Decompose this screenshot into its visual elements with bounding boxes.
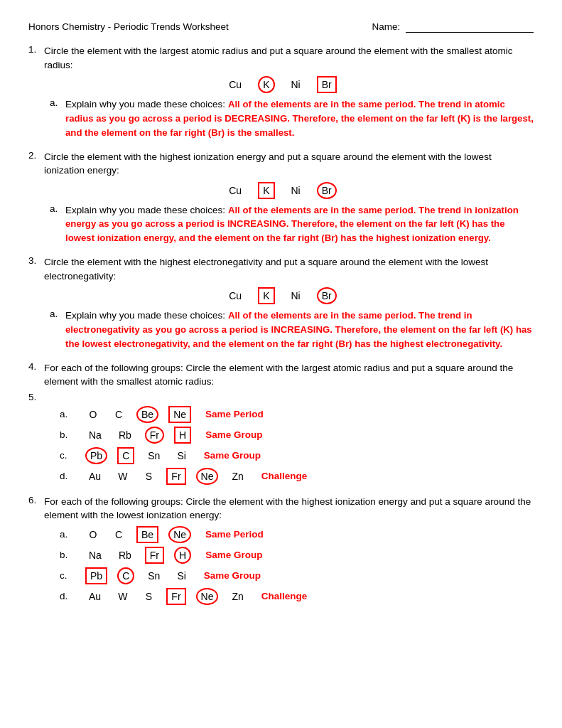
el-sn-6c: Sn	[144, 569, 163, 583]
el-fr-4d: Fr	[166, 468, 185, 485]
el-k-2: K	[258, 182, 274, 199]
tag-6a: Same Period	[205, 529, 264, 540]
q4-item-c: c. Pb C Sn Si Same Group	[60, 447, 534, 464]
q5-num: 5.	[28, 392, 44, 402]
el-ne-4d: Ne	[196, 468, 219, 485]
q6d-label: d.	[60, 591, 75, 601]
el-c-6a: C	[111, 528, 126, 542]
el-k-3: K	[258, 287, 274, 304]
el-rb-4b: Rb	[115, 428, 135, 442]
el-au-4d: Au	[85, 469, 104, 483]
el-rb-6b: Rb	[115, 548, 135, 562]
q3-num: 3.	[28, 255, 44, 266]
q6-num: 6.	[28, 495, 44, 505]
q2-answer: All of the elements are in the same peri…	[65, 205, 519, 244]
el-o-4a: O	[85, 407, 101, 422]
el-o-6a: O	[85, 528, 101, 542]
q4b-label: b.	[60, 429, 75, 440]
el-k-1: K	[258, 76, 274, 93]
q2-sub-a: a. Explain why you made these choices: A…	[50, 203, 534, 245]
el-ni-2: Ni	[288, 183, 304, 198]
question-4: 4. For each of the following groups: Cir…	[28, 361, 534, 485]
name-line	[406, 21, 534, 33]
el-br-1: Br	[317, 76, 337, 93]
el-w-4d: W	[114, 469, 131, 483]
q6b-label: b.	[60, 550, 75, 560]
q6c-label: c.	[60, 570, 75, 581]
el-pb-6c: Pb	[85, 567, 107, 584]
el-c-4a: C	[111, 407, 126, 422]
el-ni-1: Ni	[288, 77, 304, 92]
el-br-3: Br	[317, 287, 337, 304]
el-be-6a: Be	[136, 526, 158, 543]
name-field-label: Name:	[372, 21, 534, 33]
el-w-6d: W	[114, 589, 131, 604]
q6-item-c: c. Pb C Sn Si Same Group	[60, 567, 534, 584]
q4-num: 4.	[28, 361, 44, 372]
q4c-label: c.	[60, 450, 75, 461]
q4-item-a: a. O C Be Ne Same Period	[60, 406, 534, 423]
q6-item-a: a. O C Be Ne Same Period	[60, 526, 534, 543]
el-ne-6d: Ne	[196, 588, 219, 605]
el-si-6c: Si	[173, 569, 189, 583]
el-pb-4c: Pb	[85, 447, 107, 464]
el-fr-4b: Fr	[145, 427, 164, 444]
q1-sub-a-label: a.	[50, 97, 65, 108]
el-c-6c: C	[117, 567, 134, 584]
q3-text: Circle the element with the highest elec…	[44, 255, 534, 283]
q4d-label: d.	[60, 471, 75, 481]
el-zn-4d: Zn	[228, 469, 247, 483]
q4-item-b: b. Na Rb Fr H Same Group	[60, 427, 534, 444]
tag-4d: Challenge	[261, 471, 308, 481]
q2-num: 2.	[28, 150, 44, 161]
q1-sub-a-text: Explain why you made these choices: All …	[65, 97, 534, 139]
q1-num: 1.	[28, 44, 44, 55]
el-na-6b: Na	[85, 548, 105, 562]
question-6: 6. For each of the following groups: Cir…	[28, 495, 534, 605]
tag-4c: Same Group	[204, 450, 261, 461]
tag-4a: Same Period	[205, 409, 264, 419]
page-header: Honors Chemistry - Periodic Trends Works…	[28, 21, 534, 33]
q6-text: For each of the following groups: Circle…	[44, 495, 534, 523]
q1-sub-a: a. Explain why you made these choices: A…	[50, 97, 534, 139]
tag-6b: Same Group	[205, 550, 262, 560]
q3-sub-a-text: Explain why you made these choices: All …	[65, 309, 534, 350]
el-c-4c: C	[117, 447, 134, 464]
tag-6c: Same Group	[204, 570, 261, 581]
el-sn-4c: Sn	[144, 449, 163, 463]
q3-answer: All of the elements are in the same peri…	[65, 310, 532, 349]
q6a-label: a.	[60, 529, 75, 540]
el-fr-6d: Fr	[166, 588, 185, 605]
question-3: 3. Circle the element with the highest e…	[28, 255, 534, 351]
el-ne-6a: Ne	[168, 526, 191, 543]
el-ni-3: Ni	[288, 289, 304, 303]
el-cu-3: Cu	[225, 289, 245, 303]
el-cu-2: Cu	[225, 183, 245, 198]
q1-text: Circle the element with the largest atom…	[44, 44, 534, 72]
question-1: 1. Circle the element with the largest a…	[28, 44, 534, 140]
el-au-6d: Au	[85, 589, 104, 604]
el-cu-1: Cu	[225, 77, 245, 92]
q6-item-b: b. Na Rb Fr H Same Group	[60, 547, 534, 564]
q1-answer: All of the elements are in the same peri…	[65, 99, 534, 138]
q3-sub-a: a. Explain why you made these choices: A…	[50, 309, 534, 350]
el-h-6b: H	[174, 547, 191, 564]
q2-elements: Cu K Ni Br	[28, 182, 534, 199]
q6-item-d: d. Au W S Fr Ne Zn Challenge	[60, 588, 534, 605]
el-br-2: Br	[317, 182, 337, 199]
q2-sub-a-text: Explain why you made these choices: All …	[65, 203, 534, 245]
q2-sub-a-label: a.	[50, 203, 65, 214]
q4-text: For each of the following groups: Circle…	[44, 361, 534, 389]
el-s-4d: S	[141, 469, 156, 483]
worksheet-title: Honors Chemistry - Periodic Trends Works…	[28, 21, 229, 32]
q4a-label: a.	[60, 409, 75, 419]
el-be-4a: Be	[136, 406, 158, 423]
tag-4b: Same Group	[205, 429, 262, 440]
el-zn-6d: Zn	[228, 589, 247, 604]
q1-elements: Cu K Ni Br	[28, 76, 534, 93]
el-fr-6b: Fr	[145, 547, 164, 564]
question-2: 2. Circle the element with the highest i…	[28, 150, 534, 246]
el-s-6d: S	[141, 589, 156, 604]
q3-elements: Cu K Ni Br	[28, 287, 534, 304]
el-ne-4a: Ne	[168, 406, 191, 423]
